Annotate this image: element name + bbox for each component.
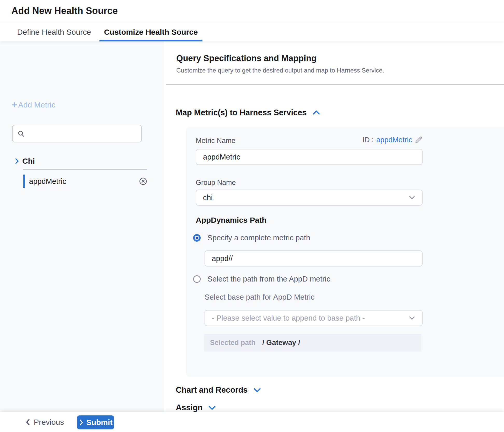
heading-divider (166, 84, 504, 85)
chart-and-records-section-toggle[interactable]: Chart and Records (176, 385, 262, 395)
metric-name-input[interactable] (196, 149, 423, 165)
chevron-right-icon (13, 157, 21, 165)
selected-indicator-bar (23, 175, 25, 188)
submit-button[interactable]: Submit (77, 415, 114, 429)
sidebar-divider (23, 169, 147, 170)
add-health-source-dialog: Add New Health Source Define Health Sour… (0, 0, 504, 432)
radio-unselected-icon[interactable] (193, 275, 201, 283)
sidebar-item-appdmetric[interactable]: appdMetric (23, 175, 147, 188)
sidebar-group-chi[interactable]: Chi (13, 155, 148, 167)
dialog-footer: Previous Submit (0, 412, 504, 432)
map-metrics-section-toggle[interactable]: Map Metric(s) to Harness Services (176, 108, 321, 117)
dialog-body: + Add Metric Chi (0, 41, 504, 412)
map-metrics-form: Metric Name ID : appdMetric Group Name c… (186, 127, 504, 377)
metrics-sidebar: + Add Metric Chi (0, 41, 164, 412)
appdynamics-path-title: AppDynamics Path (196, 216, 267, 225)
previous-button[interactable]: Previous (25, 416, 64, 428)
search-icon (17, 130, 25, 137)
plus-icon: + (12, 101, 17, 109)
radio-selected-icon[interactable] (193, 234, 201, 242)
tab-bar: Define Health Source Customize Health So… (0, 23, 504, 41)
metric-id-row: ID : appdMetric (196, 136, 423, 144)
base-path-select[interactable]: - Please select value to append to base … (205, 310, 423, 326)
group-name-select[interactable]: chi (196, 190, 423, 206)
chevron-left-icon (25, 418, 31, 426)
assign-section-toggle[interactable]: Assign (176, 403, 216, 412)
dialog-header: Add New Health Source (0, 0, 504, 22)
radio-complete-metric-path[interactable]: Specify a complete metric path (193, 234, 310, 242)
section-subheading: Customize the query to get the desired o… (176, 67, 384, 74)
chevron-down-icon (208, 404, 216, 411)
add-metric-button[interactable]: + Add Metric (12, 100, 55, 109)
chevron-down-icon (253, 387, 262, 393)
search-input[interactable] (28, 130, 137, 138)
tab-define-health-source[interactable]: Define Health Source (12, 23, 96, 41)
id-prefix-label: ID : (362, 136, 374, 144)
group-name-label: Group Name (196, 179, 236, 187)
remove-metric-icon[interactable] (139, 177, 147, 185)
base-path-label: Select base path for AppD Metric (205, 293, 314, 301)
section-heading: Query Specifications and Mapping (176, 53, 317, 63)
page-title: Add New Health Source (11, 5, 118, 16)
metric-id-value[interactable]: appdMetric (376, 136, 412, 144)
selected-path-display: Selected path / Gateway / (204, 334, 421, 351)
group-label: Chi (22, 157, 35, 165)
edit-pencil-icon[interactable] (415, 136, 423, 144)
tab-customize-health-source[interactable]: Customize Health Source (99, 23, 202, 41)
selected-path-value: / Gateway / (262, 339, 300, 347)
chevron-down-icon (409, 316, 415, 320)
radio-select-appd-path[interactable]: Select the path from the AppD metric (193, 275, 330, 283)
complete-metric-path-input[interactable] (205, 250, 423, 267)
chevron-up-icon (312, 109, 321, 116)
query-spec-panel: Query Specifications and Mapping Customi… (164, 41, 504, 412)
selected-path-label: Selected path (210, 339, 256, 347)
metric-item-label: appdMetric (29, 177, 139, 186)
metric-search (12, 125, 142, 142)
chevron-right-icon (79, 419, 84, 426)
chevron-down-icon (409, 195, 415, 200)
